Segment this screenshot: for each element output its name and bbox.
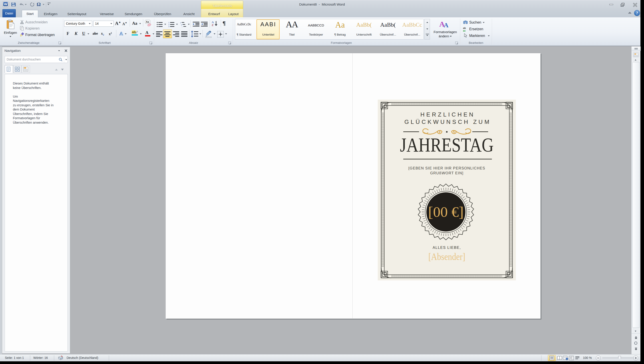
svg-text:2: 2 <box>168 24 170 26</box>
svg-text:[00 €]: [00 €] <box>428 204 464 220</box>
svg-text:a: a <box>181 24 182 26</box>
svg-text:Aa: Aa <box>146 21 149 23</box>
svg-text:3: 3 <box>168 26 170 27</box>
svg-text:i: i <box>182 26 182 27</box>
svg-text:1: 1 <box>180 22 181 24</box>
svg-text:1: 1 <box>168 22 170 24</box>
